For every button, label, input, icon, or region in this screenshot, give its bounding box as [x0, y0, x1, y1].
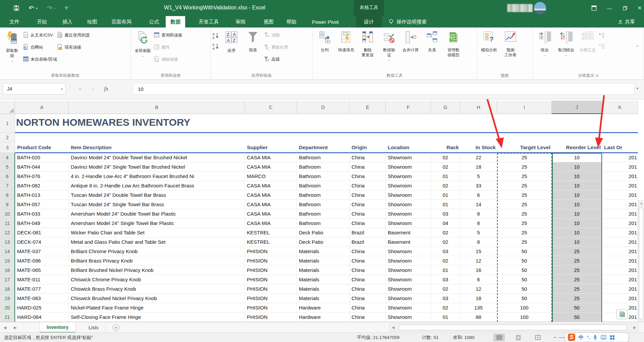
edit-links-button[interactable]: 编辑链接	[154, 56, 182, 63]
cell-J21[interactable]: 50	[552, 312, 602, 322]
cell-G14[interactable]: 03	[431, 247, 460, 256]
cell-A5[interactable]: BATH-044	[15, 162, 69, 172]
ime-punctuation-icon[interactable]: °,	[587, 335, 590, 340]
close-button[interactable]: ✕	[632, 0, 644, 16]
row-header-16[interactable]: 16	[0, 266, 15, 275]
cell-F4[interactable]: Showroom	[386, 153, 431, 162]
cell-C11[interactable]: CASA MIA	[245, 219, 297, 228]
get-data-button[interactable]: 获取数 据⌄	[1, 30, 23, 63]
cell-I14[interactable]: 50	[497, 247, 552, 256]
cell-K4[interactable]: 201	[602, 153, 638, 162]
cell-D21[interactable]: Hardware	[297, 312, 350, 322]
sogou-logo-icon[interactable]: S	[568, 334, 575, 341]
row-header-10[interactable]: 10	[0, 209, 15, 219]
cell-H20[interactable]: 135	[460, 303, 497, 312]
cell-E12[interactable]: Brazil	[350, 228, 386, 237]
tab-strip-splitter[interactable]: ⋮	[382, 325, 386, 327]
subtotal-button[interactable]: 分类汇总	[577, 30, 598, 53]
cell-G5[interactable]: 02	[431, 162, 460, 172]
cell-D13[interactable]: Deck Patio	[297, 237, 350, 247]
cell-E17[interactable]: China	[350, 275, 386, 284]
cell-A9[interactable]: BATH-057	[15, 200, 69, 209]
cell-G9[interactable]: 01	[431, 200, 460, 209]
row-header-5[interactable]: 5	[0, 162, 15, 172]
sheet-tab-inventory[interactable]: Inventory	[40, 322, 75, 333]
horizontal-scrollbar[interactable]: ◀ ▶	[389, 324, 639, 331]
menu-tab-开始[interactable]: 开始	[32, 16, 52, 27]
cell-F19[interactable]: Showroom	[386, 294, 431, 303]
cell-J7[interactable]: 10	[552, 181, 602, 190]
cell-C4[interactable]: CASA MIA	[245, 153, 297, 162]
cell-A10[interactable]: BATH-033	[15, 209, 69, 219]
cell-C10[interactable]: CASA MIA	[245, 209, 297, 219]
cell-K12[interactable]: 201	[602, 228, 638, 237]
cell-A18[interactable]: MATE-077	[15, 284, 69, 294]
cell-J16[interactable]: 25	[552, 266, 602, 275]
column-header-D[interactable]: D	[297, 101, 350, 114]
cell-J13[interactable]: 10	[552, 237, 602, 247]
cell-H7[interactable]: 33	[460, 181, 497, 190]
cell-F12[interactable]: Basement	[386, 228, 431, 237]
recent-sources-button[interactable]: 最近使用的源	[57, 32, 90, 39]
cell-F20[interactable]: Showroom	[386, 303, 431, 312]
cell-H12[interactable]: 5	[460, 228, 497, 237]
from-text-csv-button[interactable]: 从文本/CSV	[23, 32, 57, 39]
status-sum[interactable]: 求和: 1080	[453, 335, 475, 341]
cell-B10[interactable]: Amersham Model 24" Double Towel Bar Plas…	[69, 209, 245, 219]
cell-K8[interactable]: 201	[602, 190, 638, 200]
cell-H4[interactable]: 22	[460, 153, 497, 162]
paste-options-smart-tag[interactable]	[616, 309, 628, 319]
menu-tab-插入[interactable]: 插入	[58, 16, 77, 27]
cell-B16[interactable]: Brilliant Brushed Nickel Privacy Knob	[69, 266, 245, 275]
cell-B15[interactable]: Brilliant Brass Privacy Knob	[69, 256, 245, 266]
refresh-all-button[interactable]: 全部刷新⌄	[132, 30, 154, 58]
cell-G12[interactable]: 02	[431, 228, 460, 237]
column-header-G[interactable]: G	[431, 101, 460, 114]
cell-I5[interactable]: 25	[497, 162, 552, 172]
row-header-19[interactable]: 19	[0, 294, 15, 303]
cell-K13[interactable]: 201	[602, 237, 638, 247]
contextual-tab-design[interactable]: 设计	[356, 16, 382, 27]
cell-D18[interactable]: Materials	[297, 284, 350, 294]
cell-I12[interactable]: 25	[497, 228, 552, 237]
column-header-A[interactable]: A	[15, 101, 69, 114]
cell-C7[interactable]: CASA MIA	[245, 181, 297, 190]
cell-A11[interactable]: BATH-049	[15, 219, 69, 228]
row-header-3[interactable]: 3	[0, 142, 15, 153]
sort-button[interactable]: ZAAZ排序	[221, 30, 242, 53]
cell-K6[interactable]: 201	[602, 172, 638, 181]
column-header-E[interactable]: E	[350, 101, 386, 114]
horizontal-scroll-thumb[interactable]	[399, 325, 627, 330]
cell-B18[interactable]: Chiswick Brass Privacy Knob	[69, 284, 245, 294]
cell-C6[interactable]: MARCO	[245, 172, 297, 181]
cell-G19[interactable]: 03	[431, 294, 460, 303]
minimize-button[interactable]: —	[602, 0, 617, 16]
cell-I17[interactable]: 50	[497, 275, 552, 284]
normal-view-button[interactable]	[493, 334, 505, 341]
cell-A16[interactable]: MATE-065	[15, 266, 69, 275]
cell-E6[interactable]: China	[350, 172, 386, 181]
cell-H21[interactable]: 88	[460, 312, 497, 322]
cell-B7[interactable]: Antique 8 in. 2-Handle Low Arc Bathroom …	[69, 181, 245, 190]
row-header-18[interactable]: 18	[0, 284, 15, 294]
cell-A12[interactable]: DECK-081	[15, 228, 69, 237]
cell-A13[interactable]: DECK-074	[15, 237, 69, 247]
cell-G20[interactable]: 02	[431, 303, 460, 312]
cell-I19[interactable]: 50	[497, 294, 552, 303]
remove-duplicates-button[interactable]: 删除 重复值	[357, 30, 378, 58]
tell-me-search[interactable]: 操作说明搜索	[388, 16, 427, 27]
cell-E20[interactable]: China	[350, 303, 386, 312]
row-header-1[interactable]: 1	[0, 114, 15, 133]
cell-E15[interactable]: China	[350, 256, 386, 266]
cell-H9[interactable]: 14	[460, 200, 497, 209]
cell-E16[interactable]: China	[350, 266, 386, 275]
cell-F11[interactable]: Showroom	[386, 219, 431, 228]
cell-E8[interactable]: China	[350, 190, 386, 200]
from-table-range-button[interactable]: 来自表格/区域	[23, 56, 57, 63]
scroll-left-icon[interactable]: ◀	[389, 326, 397, 329]
cell-I10[interactable]: 25	[497, 209, 552, 219]
cell-I20[interactable]: 100	[497, 303, 552, 312]
restore-button[interactable]	[617, 0, 633, 16]
cell-A17[interactable]: MATE-011	[15, 275, 69, 284]
menu-tab-帮助[interactable]: 帮助	[282, 16, 301, 27]
